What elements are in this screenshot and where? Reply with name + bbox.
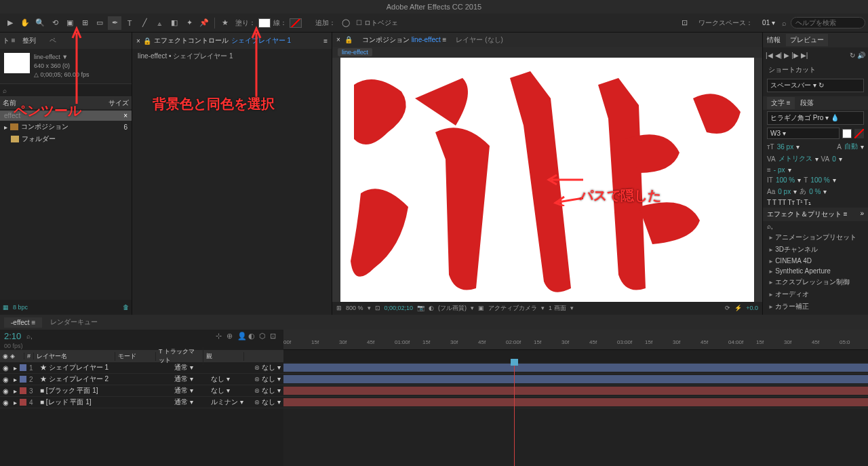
preset-category[interactable]: アニメーションプリセット [763, 231, 868, 244]
timeline-search[interactable]: ⌕‚ [26, 332, 32, 340]
render-queue-tab[interactable]: レンダーキュー [43, 316, 104, 328]
preset-category[interactable]: CINEMA 4D [763, 256, 868, 266]
tree-row-selected[interactable]: effect× [0, 111, 132, 121]
preset-category[interactable]: オーディオ [763, 288, 868, 300]
panel-close-icon[interactable]: × [336, 36, 340, 43]
mode-header[interactable]: モード [115, 352, 156, 361]
col-size-header[interactable]: サイズ [108, 98, 129, 108]
comp-breadcrumb-chip[interactable]: line-effect [338, 48, 372, 56]
views-dropdown[interactable]: 1 画面 [549, 304, 566, 313]
mute-icon[interactable]: 🔊 [857, 52, 865, 59]
selection-tool-icon[interactable]: ▶ [3, 16, 17, 30]
tsume-value[interactable]: 0 % [809, 188, 821, 195]
layer-row[interactable]: ◉▸2★ シェイプレイヤー 2通常 ▾なし ▾⊙ なし ▾ [0, 374, 283, 385]
play-icon[interactable]: ▶ [784, 52, 789, 59]
tree-row[interactable]: ▸ コンポジション6 [0, 121, 132, 133]
roto-tool-icon[interactable]: ✦ [182, 16, 196, 30]
puppet-tool-icon[interactable]: 📌 [197, 16, 211, 30]
hscale-value[interactable]: 100 % [810, 176, 829, 184]
exposure-icon[interactable]: ⟳ [725, 305, 730, 311]
prev-frame-icon[interactable]: ◀| [775, 52, 783, 59]
layer-name-header[interactable]: レイヤー名 [34, 352, 115, 361]
preset-category[interactable]: Synthetic Aperture [763, 266, 868, 276]
font-family-dropdown[interactable]: ヒラギノ角ゴ Pro ▾ 💧 [767, 111, 864, 125]
playhead[interactable] [514, 362, 515, 466]
panel-close-icon[interactable]: × [136, 37, 140, 45]
zoom-tool-icon[interactable]: 🔍 [33, 16, 47, 30]
tree-row[interactable]: フォルダー [0, 133, 132, 145]
brush-tool-icon[interactable]: ╱ [138, 16, 151, 30]
font-size-value[interactable]: 36 px [777, 143, 793, 151]
tl-icon[interactable]: ⊹ [216, 332, 225, 341]
help-search-input[interactable] [791, 17, 865, 28]
channel-icon[interactable]: ◐ [429, 305, 434, 311]
timeline-comp-tab[interactable]: -effect ≡ [4, 317, 42, 328]
track-area[interactable] [283, 362, 868, 466]
layer-tab[interactable]: レイヤー (なし) [456, 35, 502, 45]
zoom-dropdown[interactable]: 800 % [346, 305, 363, 311]
lock-icon[interactable]: 🔒 [143, 37, 151, 45]
grid-icon[interactable]: ⊞ [336, 305, 342, 311]
preset-category[interactable]: エクスプレッション制御 [763, 276, 868, 288]
rotate-tool-icon[interactable]: ⟲ [48, 16, 62, 30]
shy-icon[interactable]: 👤 [237, 332, 247, 341]
snapshot-icon[interactable]: 📷 [417, 305, 425, 311]
comp-thumbnail[interactable] [4, 53, 30, 73]
tl-icon[interactable]: ⊡ [270, 332, 279, 341]
subscript-button[interactable]: T₁ [804, 199, 811, 206]
bin-icon[interactable]: ▦ [3, 304, 9, 311]
loop-icon[interactable]: ↻ [850, 52, 855, 59]
last-frame-icon[interactable]: ▶| [801, 52, 808, 59]
layer-row[interactable]: ◉▸3■ [ブラック 平面 1]通常 ▾なし ▾⊙ なし ▾ [0, 385, 283, 397]
project-tree[interactable]: effect× ▸ コンポジション6 フォルダー [0, 109, 132, 300]
layer-row[interactable]: ◉▸1★ シェイプレイヤー 1通常 ▾⊙ なし ▾ [0, 362, 283, 374]
bpc-button[interactable]: 8 bpc [13, 304, 28, 311]
parent-header[interactable]: 親 [203, 352, 244, 361]
tl-icon[interactable]: ◐ [248, 332, 258, 341]
time-ruler[interactable]: 00f15f30f45f01:00f15f30f45f02:00f15f30f4… [283, 330, 868, 350]
stroke-swatch[interactable] [854, 129, 864, 138]
next-frame-icon[interactable]: |▶ [791, 52, 799, 59]
preset-category[interactable]: 3Dチャンネル [763, 244, 868, 256]
allcaps-button[interactable]: TT [778, 199, 786, 206]
arrange-tab[interactable]: 整列 [16, 35, 43, 47]
preset-category[interactable]: カラー補正 [763, 300, 868, 313]
quality-dropdown[interactable]: (フル画質) [438, 304, 467, 313]
shortcut-dropdown[interactable]: スペースバー ▾ ↻ [767, 79, 864, 92]
hand-tool-icon[interactable]: ✋ [18, 16, 32, 30]
star-icon[interactable]: ★ [218, 16, 232, 30]
preset-list[interactable]: アニメーションプリセット 3Dチャンネル CINEMA 4D Synthetic… [763, 231, 868, 315]
fill-swatch[interactable] [842, 129, 852, 138]
trash-icon[interactable]: 🗑 [123, 304, 129, 311]
font-weight-dropdown[interactable]: W3 ▾ [767, 128, 840, 139]
exposure-value[interactable]: +0.0 [746, 305, 758, 311]
clone-tool-icon[interactable]: ⟁ [153, 16, 166, 30]
camera-dropdown[interactable]: アクティブカメラ [488, 304, 537, 313]
smallcaps-button[interactable]: Tт [787, 199, 795, 206]
leading-value[interactable]: 自動 [844, 142, 858, 151]
col-name-header[interactable]: 名前 [3, 98, 108, 108]
time-display[interactable]: 0;00;02;10 [384, 305, 414, 311]
vscale-value[interactable]: 100 % [776, 176, 795, 184]
fast-preview-icon[interactable]: ⚡ [734, 305, 742, 311]
rect-tool-icon[interactable]: ▭ [93, 16, 106, 30]
tracking-dropdown[interactable]: メトリクス [778, 154, 812, 163]
character-tab[interactable]: 文字 ≡ [767, 97, 795, 109]
lock-icon[interactable]: 🔒 [344, 36, 353, 43]
pen-tool-icon[interactable]: ✒ [108, 16, 121, 30]
layer-row[interactable]: ◉▸4■ [レッド 平面 1]通常 ▾ルミナン ▾⊙ なし ▾ [0, 397, 283, 408]
superscript-button[interactable]: T¹ [796, 199, 802, 206]
project-search[interactable]: ⌕ [0, 83, 132, 97]
composition-tab[interactable]: コンポジション line-effect ≡ [357, 34, 452, 46]
info-tab[interactable]: 情報 [767, 35, 781, 45]
bold-button[interactable]: T [767, 199, 771, 206]
project-tab-t[interactable]: ト ≡ [3, 36, 16, 45]
effects-presets-header[interactable]: エフェクト＆プリセット ≡ » [763, 208, 868, 221]
preview-tab[interactable]: プレビュー [786, 34, 828, 46]
layer-list[interactable]: ◉▸1★ シェイプレイヤー 1通常 ▾⊙ なし ▾◉▸2★ シェイプレイヤー 2… [0, 362, 283, 466]
paragraph-tab[interactable]: 段落 [800, 98, 814, 108]
workspace-dropdown[interactable]: 01 ▾ [762, 19, 775, 26]
tl-icon[interactable]: ⬡ [259, 332, 269, 341]
eraser-tool-icon[interactable]: ◧ [167, 16, 181, 30]
rotobezier-checkbox[interactable]: ☐ ロトベジェ [356, 18, 398, 28]
